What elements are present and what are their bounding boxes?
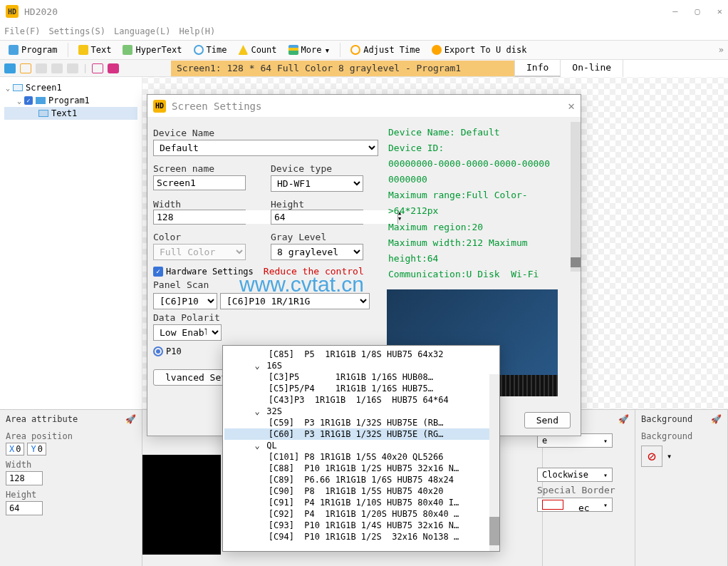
app-title: HD2020 (24, 6, 58, 17)
tb-program[interactable]: Program (4, 43, 62, 56)
button-send[interactable]: Send (524, 412, 571, 428)
dropdown-special-border[interactable]: ▾ (537, 498, 613, 512)
label-special-border: Special Border (537, 485, 615, 495)
rocket-icon[interactable]: 🚀 (125, 414, 136, 424)
tool-icon[interactable] (108, 63, 119, 73)
tb-text[interactable]: Text (74, 43, 116, 56)
list-item[interactable]: [C60] P3 1R1G1B 1/32S HUB75E (RG… (224, 428, 498, 440)
label-width: Width (6, 460, 136, 470)
menu-settings[interactable]: Settings(S) (49, 26, 105, 36)
chevron-down-icon[interactable]: ⌄ (6, 84, 10, 92)
dialog-title: Screen Settings (172, 101, 261, 112)
list-item[interactable]: [C89] P6.66 1R1G1B 1/6S HUB75 48x24 (224, 474, 498, 485)
dialog-titlebar[interactable]: HD Screen Settings ✕ (147, 95, 581, 118)
checkbox-icon[interactable]: ✓ (24, 96, 33, 105)
close-icon[interactable]: ✕ (717, 6, 722, 16)
menubar: File(F) Settings(S) Language(L) Help(H) (0, 23, 728, 40)
area-width-input[interactable]: 128 (6, 471, 43, 485)
select-low-enable[interactable]: Low Enable (153, 324, 222, 341)
tree-panel: ⌄ Screen1 ⌄ ✓ Program1 Text1 (0, 77, 142, 409)
tool-icon[interactable] (20, 63, 31, 73)
list-item[interactable]: [C3]P5 1R1G1B 1/16S HUB08… (224, 371, 498, 383)
list-item[interactable]: [C88] P10 1R1G1B 1/2S HUB75 32x16 N… (224, 463, 498, 474)
screen-icon (13, 84, 23, 91)
tree-program[interactable]: ⌄ ✓ Program1 (4, 94, 137, 107)
tool-icon[interactable] (92, 63, 103, 73)
select-scan1[interactable]: [C6]P10 (153, 293, 217, 309)
scrollbar[interactable] (571, 122, 581, 272)
toolbar-overflow-icon[interactable]: » (719, 45, 724, 55)
list-item[interactable]: [C85] P5 1R1G1B 1/8S HUB75 64x32 (224, 349, 498, 360)
checkbox-hardware[interactable]: ✓ (153, 267, 163, 277)
panel-title: Area attribute (6, 414, 78, 424)
export-icon (432, 45, 442, 55)
label-hardware-settings: Hardware Settings (166, 267, 254, 277)
tab-info[interactable]: Info (515, 60, 561, 77)
list-item[interactable]: [C91] P4 1R1G1B 1/10S HUB75 80x40 I… (224, 497, 498, 508)
label-screen-name: Screen name (153, 163, 259, 174)
maximize-icon[interactable]: ▢ (695, 6, 700, 16)
label-height: Height (6, 490, 136, 500)
screen-status-bar: Screen1: 128 * 64 Full Color 8 graylevel… (171, 61, 514, 76)
hypertext-icon (123, 45, 132, 55)
list-item[interactable]: [C94] P10 1R1G1B 1/2S 32x16 No138 … (224, 531, 498, 542)
tb-more[interactable]: More ▾ (284, 43, 335, 57)
list-group-header[interactable]: ⌄ 32S (224, 406, 498, 417)
list-group-header[interactable]: ⌄ QL (224, 440, 498, 451)
list-item[interactable]: [C92] P4 1R1G1B 1/20S HUB75 80x40 … (224, 508, 498, 520)
select-device-name[interactable]: Default (153, 140, 378, 156)
area-height-input[interactable]: 64 (6, 501, 43, 515)
rocket-icon[interactable]: 🚀 (618, 414, 629, 424)
link-reduce-control[interactable]: Reduce the control (264, 266, 364, 277)
spin-width[interactable]: ▲▼ (153, 210, 246, 225)
list-group-header[interactable]: ⌄ 16S (224, 360, 498, 371)
tb-count[interactable]: Count (234, 43, 281, 56)
label-data-polarity: Data Polarit (153, 312, 377, 323)
select-gray[interactable]: 8 graylevel (271, 244, 363, 260)
select-device-type[interactable]: HD-WF1 (271, 175, 363, 192)
spin-height[interactable]: ▲▼ (271, 210, 363, 225)
tool-icon[interactable] (36, 63, 47, 73)
area-y-input[interactable]: Y0 (27, 443, 46, 456)
tool-icon[interactable] (4, 63, 16, 73)
rocket-icon[interactable]: 🚀 (711, 414, 722, 424)
no-border-icon (542, 500, 563, 510)
chevron-down-icon[interactable]: ⌄ (17, 97, 21, 105)
area-x-input[interactable]: X0 (6, 443, 24, 456)
dropdown-arrow-icon[interactable]: ▾ (667, 451, 672, 461)
input-screen-name[interactable] (153, 175, 246, 190)
select-color: Full Color (153, 244, 246, 260)
scrollbar[interactable] (489, 374, 499, 551)
menu-language[interactable]: Language(L) (114, 26, 170, 36)
tree-text[interactable]: Text1 (4, 107, 137, 120)
list-item[interactable]: [C43]P3 1R1G1B 1/16S HUB75 64*64 (224, 394, 498, 406)
panel-title: Background (641, 414, 692, 424)
tb-adjust-time[interactable]: Adjust Time (346, 43, 424, 56)
label-color: Color (153, 232, 259, 242)
tb-hypertext[interactable]: HyperText (118, 43, 186, 56)
preview-black-area (142, 455, 221, 555)
tb-time[interactable]: Time (189, 43, 232, 56)
close-icon[interactable]: ✕ (568, 99, 575, 113)
label-background: Background (641, 431, 722, 441)
minimize-icon[interactable]: — (672, 6, 677, 16)
menu-file[interactable]: File(F) (4, 26, 41, 36)
panel-background: Background🚀 Background ⊘ ▾ (635, 410, 728, 566)
menu-help[interactable]: Help(H) (180, 26, 216, 36)
popup-panel-scan-list[interactable]: [C85] P5 1R1G1B 1/8S HUB75 64x32⌄ 16S [C… (222, 345, 500, 552)
tab-online[interactable]: On-line (561, 60, 623, 77)
list-item[interactable]: [C90] P8 1R1G1B 1/5S HUB75 40x20 (224, 485, 498, 497)
list-item[interactable]: [C5]P5/P4 1R1G1B 1/16S HUB75… (224, 383, 498, 394)
text-node-icon (38, 110, 48, 117)
tool-icon[interactable] (51, 63, 63, 73)
list-item[interactable]: [C101] P8 1R1G1B 1/5S 40x20 QL5266 (224, 451, 498, 463)
select-scan2[interactable]: [C6]P10 1R/1R1G (220, 293, 370, 309)
list-item[interactable]: [C59] P3 1R1G1B 1/32S HUB75E (RB… (224, 417, 498, 428)
tool-icon[interactable] (67, 63, 78, 73)
dropdown-clockwise[interactable]: Clockwise▾ (537, 468, 613, 482)
tb-export[interactable]: Export To U disk (427, 43, 531, 56)
tree-screen[interactable]: ⌄ Screen1 (4, 81, 137, 94)
list-item[interactable]: [C93] P10 1R1G1B 1/4S HUB75 32x16 N… (224, 520, 498, 531)
label-panel-scan: Panel Scan (153, 279, 377, 290)
background-none-icon[interactable]: ⊘ (641, 446, 662, 467)
